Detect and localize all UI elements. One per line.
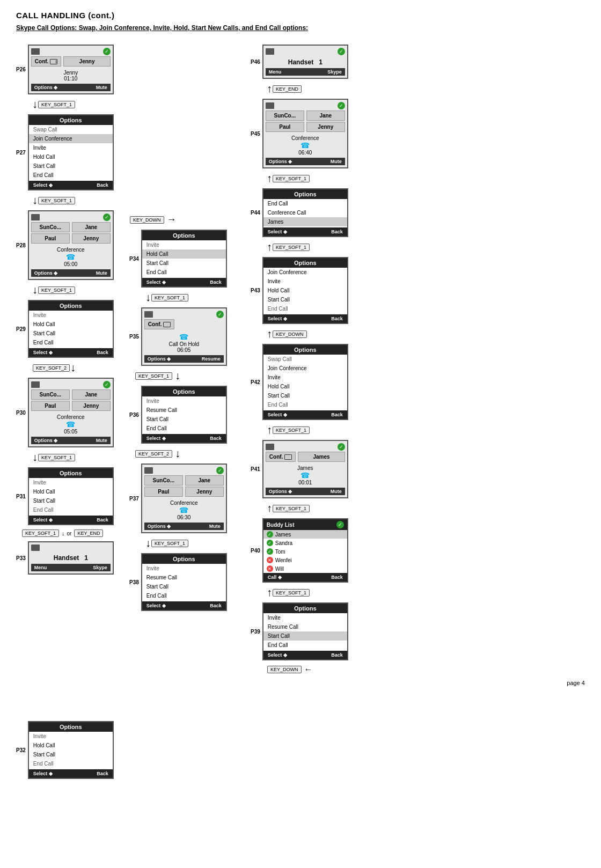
p43-back[interactable]: Back (331, 316, 343, 321)
p39-item-start[interactable]: Start Call (263, 631, 347, 641)
p45-jenny[interactable]: Jenny (306, 122, 345, 132)
jenny-button[interactable]: Jenny (63, 56, 110, 67)
p43-select[interactable]: Select ◆ (268, 316, 287, 321)
p29-item-invite[interactable]: Invite (29, 311, 113, 320)
p27-item-invite[interactable]: Invite (29, 143, 113, 152)
p28-jane[interactable]: Jane (72, 222, 111, 232)
p44-item-james[interactable]: James (263, 217, 347, 226)
p38-select[interactable]: Select ◆ (146, 603, 166, 608)
p29-back[interactable]: Back (97, 350, 108, 355)
p27-back[interactable]: Back (97, 182, 108, 188)
p42-item-hold[interactable]: Hold Call (263, 382, 347, 391)
p43-item-invite[interactable]: Invite (263, 277, 347, 286)
p40-call[interactable]: Call ◆ (268, 575, 282, 580)
p39-item-end[interactable]: End Call (263, 641, 347, 650)
p37-sunco[interactable]: SunCo... (144, 475, 183, 486)
p29-select[interactable]: Select ◆ (33, 350, 53, 355)
p32-item-hold[interactable]: Hold Call (29, 741, 113, 750)
p43-item-start[interactable]: Start Call (263, 295, 347, 304)
p29-item-end[interactable]: End Call (29, 338, 113, 347)
p43-item-hold[interactable]: Hold Call (263, 286, 347, 295)
p28-mute[interactable]: Mute (96, 270, 107, 276)
p36-item-start[interactable]: Start Call (142, 415, 226, 424)
p42-back[interactable]: Back (331, 412, 343, 417)
p44-item-confcall[interactable]: Conference Call (263, 208, 347, 217)
p45-mute[interactable]: Mute (331, 159, 342, 164)
p33-menu[interactable]: Menu (34, 565, 47, 570)
p39-back[interactable]: Back (331, 652, 343, 658)
p41-mute[interactable]: Mute (331, 489, 342, 494)
conf-button[interactable]: Conf. (31, 56, 62, 67)
p30-jane[interactable]: Jane (72, 389, 111, 400)
p30-sunco[interactable]: SunCo... (31, 389, 70, 400)
p45-jane[interactable]: Jane (306, 111, 345, 121)
p44-back[interactable]: Back (331, 229, 343, 234)
p31-item-hold[interactable]: Hold Call (29, 487, 113, 496)
p37-options[interactable]: Options ◆ (148, 524, 171, 529)
p34-item-invite[interactable]: Invite (142, 240, 226, 249)
p34-back[interactable]: Back (210, 279, 222, 285)
p27-item-hold[interactable]: Hold Call (29, 152, 113, 161)
p40-item-tom[interactable]: ✓ Tom (263, 547, 347, 556)
p29-item-hold[interactable]: Hold Call (29, 320, 113, 329)
p26-mute[interactable]: Mute (96, 85, 107, 90)
p27-select[interactable]: Select ◆ (33, 182, 53, 188)
p36-item-end[interactable]: End Call (142, 424, 226, 433)
p30-mute[interactable]: Mute (96, 438, 107, 443)
p27-item-end[interactable]: End Call (29, 171, 113, 180)
p27-item-join[interactable]: Join Conference (29, 134, 113, 143)
p44-item-endcall[interactable]: End Call (263, 199, 347, 208)
p40-item-james[interactable]: ✓ James (263, 530, 347, 539)
p45-options[interactable]: Options ◆ (269, 159, 292, 164)
p34-item-hold[interactable]: Hold Call (142, 249, 226, 259)
p42-item-end[interactable]: End Call (263, 400, 347, 409)
p29-item-start[interactable]: Start Call (29, 329, 113, 338)
p40-item-will[interactable]: ✕ Will (263, 564, 347, 573)
p46-menu[interactable]: Menu (269, 69, 282, 75)
p34-item-end[interactable]: End Call (142, 268, 226, 277)
p36-item-invite[interactable]: Invite (142, 396, 226, 406)
p27-item-start[interactable]: Start Call (29, 161, 113, 171)
p27-item-swap[interactable]: Swap Call (29, 125, 113, 134)
p31-item-start[interactable]: Start Call (29, 496, 113, 505)
p44-select[interactable]: Select ◆ (268, 229, 287, 234)
p42-item-swap[interactable]: Swap Call (263, 355, 347, 364)
p42-item-join[interactable]: Join Conference (263, 364, 347, 373)
p37-mute[interactable]: Mute (209, 524, 221, 529)
p26-options[interactable]: Options ◆ (34, 85, 58, 90)
p45-sunco[interactable]: SunCo... (266, 111, 304, 121)
p39-select[interactable]: Select ◆ (268, 652, 287, 658)
p43-item-end[interactable]: End Call (263, 304, 347, 313)
p30-options[interactable]: Options ◆ (34, 438, 58, 443)
p30-jenny[interactable]: Jenny (72, 401, 111, 411)
p35-conf[interactable]: Conf. (144, 319, 175, 329)
p41-options[interactable]: Options ◆ (269, 489, 292, 494)
p32-item-end[interactable]: End Call (29, 759, 113, 768)
p39-item-invite[interactable]: Invite (263, 613, 347, 622)
p38-item-end[interactable]: End Call (142, 591, 226, 600)
p30-paul[interactable]: Paul (31, 401, 70, 411)
p46-skype[interactable]: Skype (327, 69, 342, 75)
p32-back[interactable]: Back (97, 771, 108, 776)
p31-select[interactable]: Select ◆ (33, 517, 53, 523)
p28-jenny[interactable]: Jenny (72, 233, 111, 244)
p38-item-resume[interactable]: Resume Call (142, 573, 226, 582)
p38-item-start[interactable]: Start Call (142, 582, 226, 591)
p42-select[interactable]: Select ◆ (268, 412, 287, 417)
p45-paul[interactable]: Paul (266, 122, 304, 132)
p33-skype[interactable]: Skype (93, 565, 107, 570)
p34-item-start[interactable]: Start Call (142, 259, 226, 268)
p31-item-invite[interactable]: Invite (29, 478, 113, 487)
p40-item-wenfei[interactable]: ✕ Wenfei (263, 556, 347, 564)
p37-paul[interactable]: Paul (144, 487, 183, 497)
p42-item-invite[interactable]: Invite (263, 373, 347, 382)
p31-back[interactable]: Back (97, 517, 108, 523)
p31-item-end[interactable]: End Call (29, 505, 113, 514)
p32-select[interactable]: Select ◆ (33, 771, 53, 776)
p40-item-sandra[interactable]: ✓ Sandra (263, 539, 347, 547)
p35-options[interactable]: Options ◆ (148, 356, 171, 362)
p38-item-invite[interactable]: Invite (142, 564, 226, 573)
p32-item-invite[interactable]: Invite (29, 732, 113, 741)
p35-resume[interactable]: Resume (202, 356, 221, 362)
p40-back[interactable]: Back (331, 575, 343, 580)
